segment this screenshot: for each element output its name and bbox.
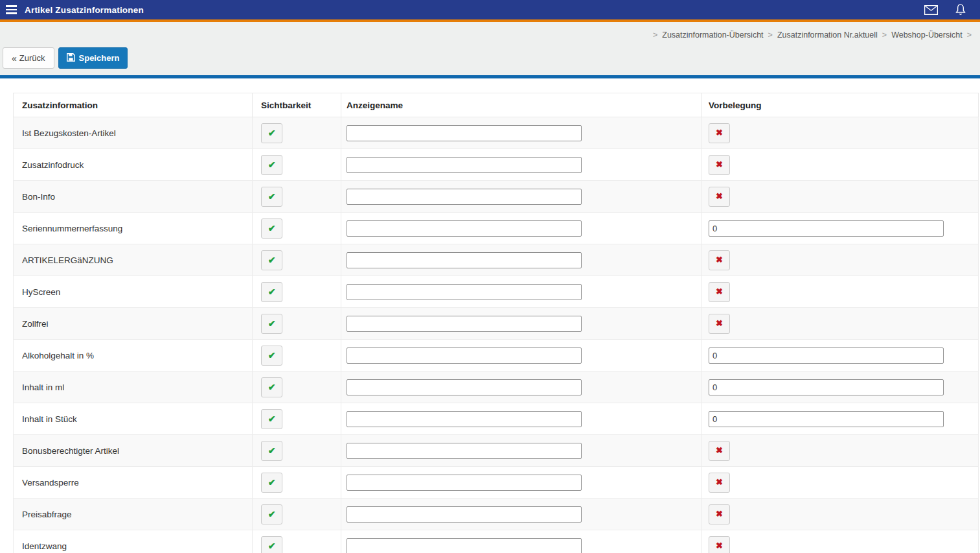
vorbelegung-cell: ✖: [702, 435, 979, 467]
breadcrumb-separator: >: [653, 30, 657, 40]
vorbelegung-cell: ✖: [702, 181, 979, 213]
table-row: HyScreen ✔ ✖: [14, 276, 979, 308]
anzeigename-input[interactable]: [347, 538, 582, 553]
visibility-toggle-button[interactable]: ✔: [261, 409, 282, 429]
x-icon: ✖: [716, 159, 723, 169]
menu-icon[interactable]: [6, 5, 17, 14]
anzeigename-input[interactable]: [347, 220, 582, 237]
default-clear-button[interactable]: ✖: [709, 536, 730, 553]
visibility-toggle-button[interactable]: ✔: [261, 314, 282, 334]
table-body: Ist Bezugskosten-Artikel ✔ ✖ Zusatzinfod…: [14, 117, 979, 553]
x-icon: ✖: [716, 128, 723, 137]
top-navbar: Artikel Zusatzinformationen: [0, 0, 980, 19]
x-icon: ✖: [716, 541, 723, 550]
breadcrumb-item[interactable]: Zusatzinformation-Übersicht: [662, 30, 763, 40]
row-label: Bonusberechtigter Artikel: [22, 446, 119, 456]
save-button-label: Speichern: [79, 53, 120, 63]
visibility-toggle-button[interactable]: ✔: [261, 282, 282, 302]
table-row: Zollfrei ✔ ✖: [14, 308, 979, 340]
default-clear-button[interactable]: ✖: [709, 123, 730, 143]
anzeigename-input[interactable]: [347, 284, 582, 300]
row-label: Versandsperre: [22, 478, 79, 488]
row-label: ARTIKELERGäNZUNG: [22, 255, 113, 265]
default-clear-button[interactable]: ✖: [709, 504, 730, 524]
table-row: Ist Bezugskosten-Artikel ✔ ✖: [14, 117, 979, 149]
anzeigename-input[interactable]: [347, 252, 582, 268]
visibility-toggle-button[interactable]: ✔: [261, 504, 282, 524]
visibility-toggle-button[interactable]: ✔: [261, 377, 282, 397]
breadcrumb-item[interactable]: Zusatzinformation Nr.aktuell: [777, 30, 878, 40]
vorbelegung-input[interactable]: [709, 379, 944, 395]
check-icon: ✔: [268, 223, 276, 233]
vorbelegung-input[interactable]: [709, 411, 944, 427]
check-icon: ✔: [268, 128, 276, 138]
vorbelegung-input[interactable]: [709, 347, 944, 364]
table-row: Bon-Info ✔ ✖: [14, 181, 979, 213]
anzeigename-input[interactable]: [347, 506, 582, 523]
chevrons-left-icon: «: [12, 53, 17, 64]
anzeigename-input[interactable]: [347, 189, 582, 205]
breadcrumb-item[interactable]: Webshop-Übersicht: [891, 30, 963, 40]
breadcrumb-separator: >: [882, 30, 887, 40]
check-icon: ✔: [268, 445, 276, 456]
vorbelegung-cell: [702, 340, 979, 371]
row-label: Bon-Info: [22, 192, 55, 202]
vorbelegung-cell: [702, 403, 979, 435]
visibility-toggle-button[interactable]: ✔: [261, 536, 282, 553]
back-button[interactable]: « Zurück: [3, 47, 54, 69]
default-clear-button[interactable]: ✖: [709, 314, 730, 334]
anzeigename-input[interactable]: [347, 157, 582, 173]
vorbelegung-cell: [702, 371, 979, 403]
col-header-sichtbarkeit: Sichtbarkeit: [253, 93, 341, 117]
visibility-toggle-button[interactable]: ✔: [261, 123, 282, 143]
anzeigename-input[interactable]: [347, 379, 582, 395]
bell-icon[interactable]: [955, 4, 966, 16]
vorbelegung-input[interactable]: [709, 220, 944, 237]
vorbelegung-cell: ✖: [702, 467, 979, 499]
anzeigename-input[interactable]: [347, 125, 582, 141]
row-label: Inhalt in ml: [22, 382, 64, 392]
breadcrumb-separator: >: [967, 30, 972, 40]
page-title: Artikel Zusatzinformationen: [25, 5, 144, 15]
row-label: Inhalt in Stück: [22, 414, 77, 424]
table-header-row: Zusatzinformation Sichtbarkeit Anzeigena…: [14, 93, 979, 117]
visibility-toggle-button[interactable]: ✔: [261, 218, 282, 239]
table-row: Alkoholgehalt in % ✔: [14, 340, 979, 371]
visibility-toggle-button[interactable]: ✔: [261, 441, 282, 461]
save-button[interactable]: Speichern: [58, 47, 128, 69]
anzeigename-input[interactable]: [347, 347, 582, 364]
table-row: Versandsperre ✔ ✖: [14, 467, 979, 499]
default-clear-button[interactable]: ✖: [709, 250, 730, 270]
table-row: Preisabfrage ✔ ✖: [14, 499, 979, 530]
check-icon: ✔: [268, 287, 276, 297]
anzeigename-input[interactable]: [347, 316, 582, 332]
vorbelegung-cell: ✖: [702, 117, 979, 149]
default-clear-button[interactable]: ✖: [709, 187, 730, 207]
visibility-toggle-button[interactable]: ✔: [261, 473, 282, 493]
check-icon: ✔: [268, 382, 276, 392]
visibility-toggle-button[interactable]: ✔: [261, 155, 282, 175]
vorbelegung-cell: ✖: [702, 530, 979, 553]
table-row: Inhalt in ml ✔: [14, 371, 979, 403]
anzeigename-input[interactable]: [347, 475, 582, 491]
check-icon: ✔: [268, 191, 276, 202]
default-clear-button[interactable]: ✖: [709, 155, 730, 175]
visibility-toggle-button[interactable]: ✔: [261, 187, 282, 207]
check-icon: ✔: [268, 414, 276, 424]
row-label: Preisabfrage: [22, 510, 72, 519]
vorbelegung-cell: [702, 213, 979, 244]
row-label: HyScreen: [22, 287, 60, 297]
default-clear-button[interactable]: ✖: [709, 473, 730, 493]
vorbelegung-cell: ✖: [702, 276, 979, 308]
mail-icon[interactable]: [924, 5, 938, 15]
row-label: Identzwang: [22, 541, 67, 551]
anzeigename-input[interactable]: [347, 411, 582, 427]
visibility-toggle-button[interactable]: ✔: [261, 346, 282, 366]
default-clear-button[interactable]: ✖: [709, 441, 730, 461]
x-icon: ✖: [716, 509, 723, 519]
check-icon: ✔: [268, 477, 276, 488]
x-icon: ✖: [716, 477, 723, 487]
default-clear-button[interactable]: ✖: [709, 282, 730, 302]
visibility-toggle-button[interactable]: ✔: [261, 250, 282, 270]
anzeigename-input[interactable]: [347, 443, 582, 459]
